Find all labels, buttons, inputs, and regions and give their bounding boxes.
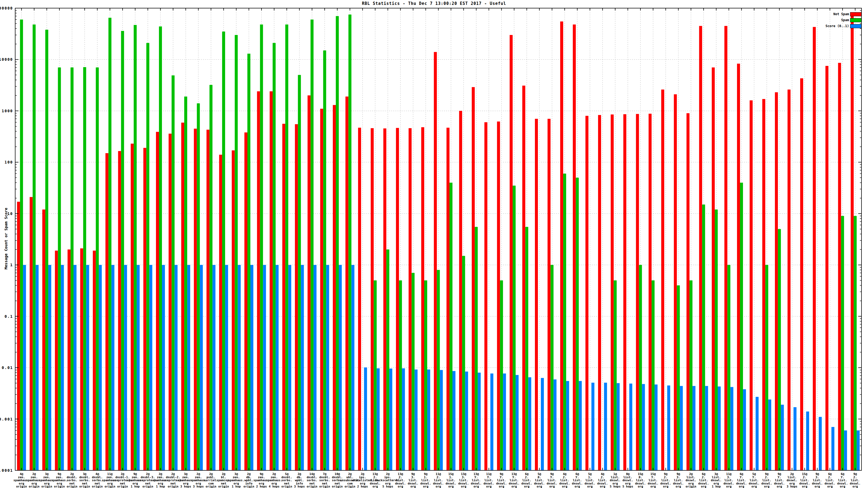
bar-spam	[639, 265, 642, 470]
bar-score	[339, 265, 342, 470]
x-group-label: 15@Y.list.dnswl.org3 hops	[648, 472, 659, 488]
bar-score	[857, 430, 860, 470]
bar-not-spam	[169, 134, 172, 470]
x-group-label: 9@2.list.dnswl.org2 hops	[660, 472, 671, 488]
x-group-label: 2@zen.spamhaus.org4 hops	[266, 472, 282, 488]
bar-not-spam	[787, 90, 790, 470]
bar-not-spam	[623, 114, 626, 470]
bar-spam	[58, 67, 61, 470]
bar-not-spam	[535, 119, 538, 470]
legend-swatch-spam-icon	[850, 18, 862, 22]
x-group-label: 15@2.list.dnswl.orgorigin	[799, 472, 810, 488]
bar-spam	[260, 24, 263, 470]
y-tick-label: 0.001	[0, 417, 13, 421]
bar-score	[440, 370, 443, 470]
y-tick-label: 0.01	[2, 365, 13, 370]
x-group-label: 2@db.wpbl.info3 hops	[294, 472, 305, 488]
x-group-label: 4@dnsbl.sorbs.netorigin	[92, 472, 103, 488]
bar-spam	[513, 186, 516, 470]
rbl-statistics-chart: 1000001000010001001010.10.010.0010.00014…	[0, 0, 868, 488]
bar-not-spam	[800, 78, 803, 470]
y-tick-label: 100000	[0, 6, 13, 10]
x-group-label: 5@dnsbl.sorbs.netorigin	[281, 472, 292, 488]
bar-spam	[525, 227, 528, 470]
bar-not-spam	[497, 122, 500, 470]
x-group-label: 9@zen.spamhaus.orgorigin	[51, 472, 67, 488]
bar-spam	[184, 97, 187, 470]
x-group-label: 13@Y.list.dnswl.org1 hop	[509, 472, 520, 488]
bar-not-spam	[308, 95, 311, 470]
legend-label-score: Score (0..1)	[826, 24, 849, 28]
bar-score	[617, 383, 620, 470]
legend-swatch-not-spam-icon	[850, 12, 862, 16]
bar-score	[351, 265, 354, 470]
bar-score	[743, 389, 746, 470]
bar-score	[326, 265, 329, 470]
bar-not-spam	[573, 24, 576, 470]
bar-not-spam	[750, 100, 753, 470]
bar-spam	[727, 265, 731, 470]
bar-score	[579, 381, 582, 470]
legend-label-not-spam: Not Spam	[833, 12, 849, 16]
x-group-label: 9@2.list.dnswl.orgorigin	[850, 472, 861, 488]
x-group-label: 5@1.list.dnswl.org5 hops	[585, 472, 595, 488]
bar-score	[554, 380, 557, 470]
bar-spam	[475, 227, 478, 470]
bar-not-spam	[244, 132, 247, 470]
bar-score	[124, 265, 127, 470]
x-group-label: 9@Y.list.dnswl.org3 hops	[774, 472, 785, 488]
x-group-label: 6@2.list.dnswl.orgorigin	[698, 472, 709, 488]
bar-spam	[323, 51, 326, 470]
bar-not-spam	[598, 115, 601, 470]
bar-score	[731, 387, 734, 470]
bar-spam	[386, 250, 389, 470]
bar-not-spam	[396, 128, 399, 470]
x-group-label: 3@zen.spamhaus.org1 hop	[228, 472, 244, 488]
bar-not-spam	[333, 105, 336, 470]
x-group-label: 9@1.list.dnswl.orgorigin	[421, 472, 431, 488]
bar-score	[200, 265, 203, 470]
bar-score	[414, 369, 417, 470]
bar-spam	[96, 67, 99, 470]
bar-not-spam	[661, 90, 664, 470]
y-tick-label: 10	[7, 212, 13, 216]
bar-score	[781, 405, 784, 470]
bar-not-spam	[649, 113, 652, 470]
bar-not-spam	[181, 123, 184, 470]
bar-score	[61, 265, 64, 470]
bar-score	[288, 265, 291, 470]
bar-spam	[765, 265, 768, 470]
bar-score	[225, 265, 228, 470]
x-group-label: 5@Y.list.dnswl.org5 hops	[749, 472, 760, 488]
x-group-label: 2@psbl.surriel.comorigin	[204, 472, 218, 488]
bar-not-spam	[826, 66, 828, 470]
bar-spam	[222, 31, 225, 470]
x-group-label: 11@2.list.dnswl.org3 hops	[433, 472, 444, 488]
bar-score	[250, 265, 253, 470]
bar-spam	[273, 43, 276, 470]
x-group-label: 2@list.dnswl.orgorigin	[685, 472, 696, 488]
bar-not-spam	[358, 128, 361, 470]
bar-score	[591, 383, 594, 470]
x-group-label: 6@2.list.dnswl.org1 hop	[825, 472, 835, 488]
bar-not-spam	[42, 209, 45, 470]
bar-not-spam	[762, 99, 765, 470]
y-axis-title: Message Count or Spam Score	[4, 117, 8, 361]
bar-not-spam	[30, 197, 33, 470]
bar-score	[238, 265, 241, 470]
x-group-label: 15@0.list.dnswl.org3 hops	[635, 472, 646, 488]
bar-not-spam	[371, 128, 374, 470]
bar-spam	[424, 280, 427, 470]
bar-not-spam	[131, 144, 134, 470]
bar-spam	[121, 31, 124, 470]
bar-score	[377, 368, 380, 470]
bar-not-spam	[446, 128, 450, 470]
bar-spam	[247, 54, 250, 470]
bar-not-spam	[724, 26, 727, 470]
x-group-label: 9@3.list.dnswl.org3 hops	[408, 472, 418, 488]
bar-not-spam	[813, 27, 816, 470]
legend-item-spam: Spam	[798, 18, 868, 22]
bar-score	[86, 265, 89, 470]
bar-score	[831, 427, 834, 470]
bar-score	[187, 265, 190, 470]
